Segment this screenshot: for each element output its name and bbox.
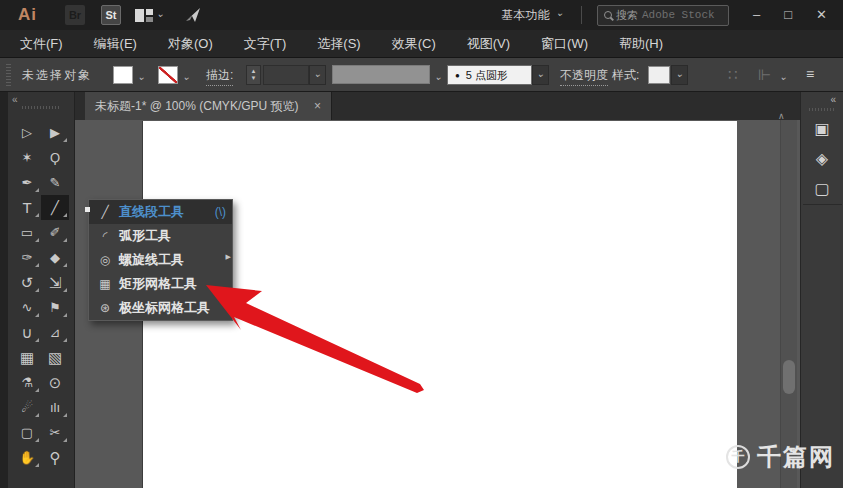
minimize-button[interactable]: –	[753, 0, 760, 30]
pen-tool[interactable]: ✒	[13, 170, 41, 195]
expand-panels-icon[interactable]: «	[830, 94, 836, 105]
share-rocket-icon[interactable]	[184, 7, 202, 23]
artboards-panel-icon[interactable]: ▢	[807, 176, 837, 200]
fill-color-swatch[interactable]	[113, 66, 133, 84]
brush-definition-dropdown[interactable]: ● 5 点圆形	[447, 65, 532, 85]
scale-tool[interactable]: ⇲	[41, 270, 69, 295]
flyout-item-label: 螺旋线工具	[119, 251, 184, 269]
close-button[interactable]: ✕	[816, 0, 827, 30]
opacity-label[interactable]: 不透明度	[560, 67, 608, 86]
stepper-down-icon[interactable]: ▼	[251, 75, 257, 82]
shaper-tool[interactable]: ✑	[13, 245, 41, 270]
shaper-icon: ✑	[22, 251, 33, 264]
menu-file[interactable]: 文件(F)	[20, 35, 63, 53]
blend-tool[interactable]: ⊙	[41, 370, 69, 395]
panel-menu-icon[interactable]: ≡	[806, 66, 814, 82]
selection-tool[interactable]: ▷	[13, 120, 41, 145]
lasso-icon: Ϙ	[50, 151, 60, 164]
align-icon[interactable]: ⊩	[758, 66, 771, 84]
flyout-item-spiral-tool[interactable]: ◎ 螺旋线工具	[89, 248, 232, 272]
rectangle-tool[interactable]: ▭	[13, 220, 41, 245]
panel-grip[interactable]	[22, 106, 60, 109]
paintbrush-icon: ✐	[50, 226, 61, 239]
bridge-icon[interactable]: Br	[65, 5, 85, 25]
zoom-tool[interactable]: ⚲	[41, 445, 69, 470]
chevron-down-icon[interactable]	[779, 69, 787, 87]
paintbrush-tool[interactable]: ✐	[41, 220, 69, 245]
workspace-switcher[interactable]: 基本功能	[502, 7, 564, 24]
menu-edit[interactable]: 编辑(E)	[94, 35, 137, 53]
lasso-tool[interactable]: Ϙ	[41, 145, 69, 170]
menu-view[interactable]: 视图(V)	[467, 35, 510, 53]
magic-wand-tool[interactable]: ✶	[13, 145, 41, 170]
type-tool[interactable]: T	[13, 195, 41, 220]
layers-panel-icon[interactable]: ◈	[807, 146, 837, 170]
menu-select[interactable]: 选择(S)	[317, 35, 360, 53]
search-box[interactable]: 搜索 Adobe Stock	[597, 5, 729, 26]
arc-icon: ◜	[95, 229, 115, 243]
panel-grip[interactable]	[809, 108, 835, 111]
width-profile-dropdown[interactable]	[332, 65, 430, 84]
menu-object[interactable]: 对象(O)	[168, 35, 213, 53]
stock-icon[interactable]: St	[101, 5, 121, 25]
gradient-tool[interactable]: ▧	[41, 345, 69, 370]
mesh-tool[interactable]: ▦	[13, 345, 41, 370]
chevron-down-icon[interactable]	[182, 69, 190, 87]
stepper-up-icon[interactable]: ▲	[251, 68, 257, 75]
menu-help[interactable]: 帮助(H)	[619, 35, 663, 53]
hand-tool[interactable]: ✋	[13, 445, 41, 470]
close-tab-icon[interactable]: ×	[314, 99, 321, 113]
rotate-tool[interactable]: ↺	[13, 270, 41, 295]
symbol-sprayer-tool[interactable]: ☄	[13, 395, 41, 420]
brush-bullet-icon: ●	[455, 71, 460, 80]
slice-tool[interactable]: ✂	[41, 420, 69, 445]
eraser-icon: ◆	[50, 251, 60, 264]
width-tool[interactable]: ∿	[13, 295, 41, 320]
stroke-weight-dropdown[interactable]	[263, 65, 309, 85]
style-chevron[interactable]	[671, 65, 688, 85]
menu-type[interactable]: 文字(T)	[244, 35, 287, 53]
flyout-item-arc-tool[interactable]: ◜ 弧形工具	[89, 224, 232, 248]
chevron-down-icon[interactable]	[137, 69, 145, 87]
zoom-icon: ⚲	[50, 450, 61, 465]
hand-icon: ✋	[19, 451, 35, 464]
stroke-weight-stepper[interactable]: ▲ ▼	[246, 65, 261, 85]
eraser-tool[interactable]: ◆	[41, 245, 69, 270]
style-swatch[interactable]	[648, 66, 670, 84]
control-bar: 未选择对象 描边: ▲ ▼ ● 5 点圆形 不透明度 样式: ∷ ⊩ ≡	[0, 58, 843, 92]
artboard-tool[interactable]: ▢	[13, 420, 41, 445]
column-graph-tool[interactable]: ılı	[41, 395, 69, 420]
stroke-weight-label[interactable]: 描边:	[206, 67, 233, 86]
line-segment-tool[interactable]: ╱	[41, 195, 69, 220]
vertical-scrollbar[interactable]	[780, 120, 797, 488]
scrollbar-thumb[interactable]	[783, 360, 795, 394]
flyout-item-polar-grid-tool[interactable]: ⊛ 极坐标网格工具	[89, 296, 232, 320]
perspective-grid-tool[interactable]: ⊿	[41, 320, 69, 345]
flyout-item-line-segment-tool[interactable]: ╱ 直线段工具 (\)	[89, 200, 232, 224]
selection-icon: ▷	[22, 126, 32, 139]
direct-selection-tool[interactable]: ▶	[41, 120, 69, 145]
brush-chevron[interactable]	[532, 65, 549, 85]
chevron-down-icon[interactable]	[434, 69, 442, 87]
collapse-panel-icon[interactable]: «	[12, 94, 18, 105]
panel-grip[interactable]	[6, 64, 11, 86]
flyout-item-rectangular-grid-tool[interactable]: ▦ 矩形网格工具	[89, 272, 232, 296]
style-label: 样式:	[612, 67, 639, 84]
document-tab[interactable]: 未标题-1* @ 100% (CMYK/GPU 预览) ×	[85, 92, 332, 120]
transform-icon[interactable]: ∷	[728, 66, 738, 84]
puppet-warp-tool[interactable]: ⚑	[41, 295, 69, 320]
shape-builder-tool[interactable]: ∪	[13, 320, 41, 345]
flyout-item-label: 极坐标网格工具	[119, 299, 210, 317]
line-tool-flyout-menu: ╱ 直线段工具 (\) ◜ 弧形工具 ◎ 螺旋线工具 ▦ 矩形网格工具 ⊛ 极坐…	[88, 199, 233, 321]
curvature-tool[interactable]: ✎	[41, 170, 69, 195]
eyedropper-tool[interactable]: ⚗	[13, 370, 41, 395]
stroke-color-swatch[interactable]	[158, 66, 178, 84]
maximize-button[interactable]: □	[784, 0, 792, 30]
menu-effect[interactable]: 效果(C)	[392, 35, 436, 53]
arrange-documents-icon[interactable]	[135, 6, 164, 24]
libraries-panel-icon[interactable]: ▣	[807, 116, 837, 140]
tearoff-arrow-icon[interactable]: ▶	[226, 253, 231, 261]
line-segment-icon: ╱	[95, 205, 115, 219]
menu-window[interactable]: 窗口(W)	[541, 35, 588, 53]
stroke-weight-chevron[interactable]	[309, 65, 326, 85]
